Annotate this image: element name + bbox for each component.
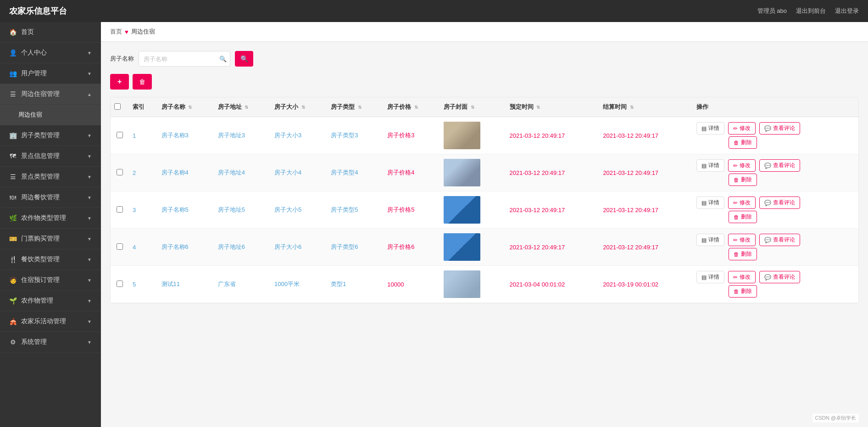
sidebar-item-scenic-info[interactable]: 🗺 景点信息管理 ▼: [0, 146, 101, 167]
checkout-time-value: 2021-03-12 20:49:17: [603, 132, 658, 139]
edit-button[interactable]: ✏ 修改: [728, 197, 756, 209]
cell-price: 房子价格6: [384, 229, 440, 266]
address-value[interactable]: 房子地址4: [218, 169, 245, 176]
index-value[interactable]: 1: [133, 132, 136, 139]
sort-booking-icon: ⇅: [536, 105, 540, 110]
sort-price-icon: ⇅: [414, 105, 418, 110]
sidebar-item-scenic-type[interactable]: ☰ 景点类型管理 ▼: [0, 167, 101, 187]
name-value[interactable]: 房子名称3: [161, 132, 189, 139]
sidebar-item-room-type[interactable]: 🏢 房子类型管理 ▼: [0, 125, 101, 146]
sidebar-item-activity[interactable]: 🎪 农家乐活动管理 ▼: [0, 311, 101, 332]
chevron-down-icon-10: ▼: [87, 278, 92, 283]
type-value[interactable]: 房子类型6: [331, 243, 358, 250]
size-value[interactable]: 房子大小6: [274, 243, 301, 250]
detail-button[interactable]: ▤ 详情: [696, 122, 724, 135]
trash-icon: 🗑: [734, 251, 739, 258]
price-value[interactable]: 房子价格5: [387, 206, 414, 213]
delete-button[interactable]: 🗑 删除: [729, 285, 757, 298]
sidebar-item-home[interactable]: 🏠 首页: [0, 22, 101, 43]
address-value[interactable]: 广东省: [218, 281, 236, 287]
comment-button[interactable]: 💬 查看评论: [759, 234, 800, 246]
row-checkbox[interactable]: [117, 132, 123, 138]
edit-button[interactable]: ✏ 修改: [728, 122, 756, 135]
detail-button[interactable]: ▤ 详情: [696, 197, 724, 209]
comment-button[interactable]: 💬 查看评论: [759, 197, 800, 209]
delete-button[interactable]: 🗑 删除: [729, 136, 757, 149]
table-row: 4 房子名称6 房子地址6 房子大小6 房子类型6 房子价格6 2021-03-…: [111, 229, 858, 266]
type-value[interactable]: 房子类型3: [331, 132, 358, 139]
row-checkbox[interactable]: [117, 206, 123, 213]
comment-button[interactable]: 💬 查看评论: [759, 122, 800, 135]
row-checkbox[interactable]: [117, 281, 123, 287]
trash-icon: 🗑: [734, 288, 739, 295]
cell-size: 房子大小3: [271, 117, 327, 154]
sidebar-item-personal[interactable]: 👤 个人中心 ▼: [0, 43, 101, 63]
col-booking-time: 预定时间 ⇅: [506, 97, 600, 117]
exit-front-btn[interactable]: 退出到前台: [796, 7, 826, 15]
index-value[interactable]: 4: [133, 244, 136, 251]
add-button[interactable]: +: [110, 74, 129, 90]
size-value[interactable]: 房子大小5: [274, 206, 301, 213]
delete-button[interactable]: 🗑 删除: [729, 211, 757, 223]
select-all-checkbox[interactable]: [114, 103, 121, 110]
type-value[interactable]: 类型1: [331, 281, 346, 287]
breadcrumb-home[interactable]: 首页: [110, 28, 122, 36]
type-value[interactable]: 房子类型4: [331, 169, 358, 176]
sidebar-item-dining-type[interactable]: 🍴 餐饮类型管理 ▼: [0, 249, 101, 270]
detail-button[interactable]: ▤ 详情: [696, 234, 724, 246]
sidebar-item-ticket[interactable]: 🎫 门票购买管理 ▼: [0, 229, 101, 249]
cell-size: 1000平米: [271, 266, 327, 303]
sidebar-label-home: 首页: [21, 28, 34, 36]
chevron-down-icon-5: ▼: [87, 174, 92, 180]
detail-button[interactable]: ▤ 详情: [696, 271, 724, 283]
sidebar-item-accommodation[interactable]: 周边住宿: [0, 105, 101, 125]
size-value[interactable]: 1000平米: [274, 281, 300, 287]
sidebar-item-crop-mgmt[interactable]: 🌱 农作物管理 ▼: [0, 291, 101, 311]
size-value[interactable]: 房子大小3: [274, 132, 301, 139]
comment-button[interactable]: 💬 查看评论: [759, 271, 800, 283]
price-value[interactable]: 10000: [387, 281, 404, 288]
sidebar-item-booking[interactable]: 🧑 住宿预订管理 ▼: [0, 270, 101, 291]
name-value[interactable]: 房子名称5: [161, 206, 189, 213]
chevron-down-icon: ▼: [87, 51, 92, 56]
sidebar-item-system[interactable]: ⚙ 系统管理 ▼: [0, 332, 101, 353]
table-row: 1 房子名称3 房子地址3 房子大小3 房子类型3 房子价格3 2021-03-…: [111, 117, 858, 154]
comment-button[interactable]: 💬 查看评论: [759, 159, 800, 172]
name-value[interactable]: 房子名称4: [161, 169, 189, 176]
edit-button[interactable]: ✏ 修改: [728, 234, 756, 246]
list-icon-2: ☰: [9, 173, 17, 180]
delete-button[interactable]: 🗑 删除: [729, 248, 757, 260]
type-value[interactable]: 房子类型5: [331, 206, 358, 213]
edit-button[interactable]: ✏ 修改: [728, 271, 756, 283]
name-value[interactable]: 测试11: [161, 281, 180, 287]
edit-icon: ✏: [733, 163, 738, 169]
edit-button[interactable]: ✏ 修改: [728, 159, 756, 172]
batch-delete-button[interactable]: 🗑: [133, 74, 152, 90]
sidebar-label-room-type: 房子类型管理: [21, 131, 60, 140]
exit-login-btn[interactable]: 退出登录: [835, 7, 859, 15]
price-value[interactable]: 房子价格4: [387, 169, 414, 176]
sidebar-item-accommodation-mgmt[interactable]: ☰ 周边住宿管理 ▲: [0, 84, 101, 105]
detail-button[interactable]: ▤ 详情: [696, 159, 724, 172]
size-value[interactable]: 房子大小4: [274, 169, 301, 176]
cell-index: 1: [129, 117, 158, 154]
edit-icon: ✏: [733, 274, 738, 281]
search-button[interactable]: 🔍: [235, 51, 253, 67]
row-checkbox[interactable]: [117, 169, 123, 175]
sidebar-item-food-mgmt[interactable]: 🍽 周边餐饮管理 ▼: [0, 187, 101, 208]
address-value[interactable]: 房子地址5: [218, 206, 245, 213]
address-value[interactable]: 房子地址3: [218, 132, 245, 139]
delete-button[interactable]: 🗑 删除: [729, 174, 757, 186]
sidebar-item-crop-type[interactable]: 🌿 农作物类型管理 ▼: [0, 208, 101, 229]
name-value[interactable]: 房子名称6: [161, 243, 189, 250]
index-value[interactable]: 2: [133, 169, 136, 176]
row-checkbox[interactable]: [117, 243, 123, 250]
index-value[interactable]: 5: [133, 281, 136, 288]
price-value[interactable]: 房子价格6: [387, 243, 414, 250]
address-value[interactable]: 房子地址6: [218, 243, 245, 250]
sidebar-item-user-mgmt[interactable]: 👥 用户管理 ▼: [0, 63, 101, 84]
price-value[interactable]: 房子价格3: [387, 132, 414, 139]
cell-index: 4: [129, 229, 158, 266]
index-value[interactable]: 3: [133, 207, 136, 214]
search-input[interactable]: [139, 51, 230, 67]
